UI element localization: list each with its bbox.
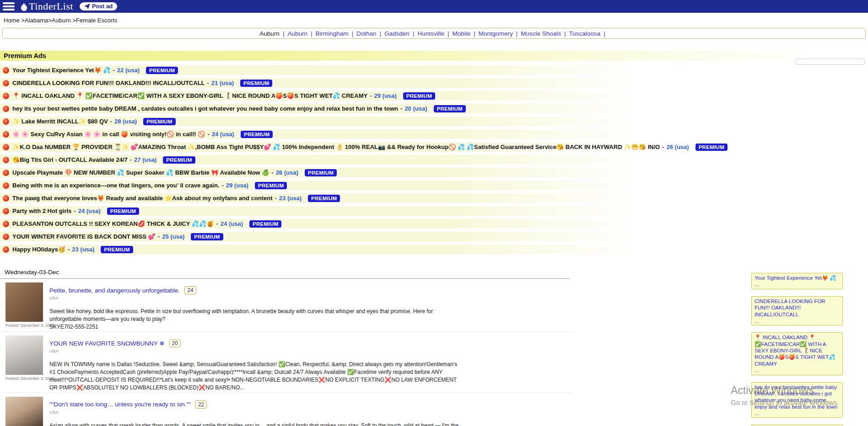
- premium-ad-title[interactable]: 📍 INCALL OAKLAND 📍 ✅FACETIME/CAR✅ WITH A…: [12, 92, 367, 99]
- premium-ad-age: 29 (usa): [374, 92, 397, 99]
- premium-ad-title[interactable]: Party with 2 Hot girls: [12, 208, 71, 214]
- premium-ad-title[interactable]: Happy HOlidays🥳: [12, 246, 65, 253]
- city-link[interactable]: Tuscaloosa: [569, 30, 601, 37]
- boost-arrow-icon: ↑: [3, 144, 9, 150]
- boost-arrow-icon: ↑: [3, 221, 9, 227]
- sidebar-ad-box[interactable]: 📍 INCALL OAKLAND 📍 ✅FACETIME/CAR✅ WITH A…: [751, 332, 843, 375]
- premium-ad-title[interactable]: ✨K.O Daa NUMBER 🏆 PROVIDER ⏳✨ 💕AMAZING T…: [12, 144, 660, 150]
- premium-ad-row[interactable]: ↑ Your Tightest Experience Yet🦊 💦 - 22 (…: [0, 65, 868, 75]
- premium-ad-row[interactable]: ↑ ✨K.O Daa NUMBER 🏆 PROVIDER ⏳✨ 💕AMAZING…: [0, 142, 868, 152]
- premium-badge: PREMIUM: [241, 131, 273, 138]
- boost-arrow-icon: ↑: [3, 234, 9, 240]
- post-ad-button[interactable]: Post ad: [80, 2, 117, 11]
- premium-ad-title[interactable]: CINDERELLA LOOKING FOR FUN!!! OAKLAND!!!…: [12, 80, 205, 86]
- brand-logo[interactable]: TinderList: [20, 0, 73, 12]
- age-badge: 22: [195, 400, 207, 409]
- sidebar-ad-box[interactable]: Your Tightest Experience Yet🦊 💦 ...: [751, 273, 843, 289]
- listing-title-link[interactable]: YOUR NEW FAVORITE SNOWBUNNY ❄: [49, 340, 165, 347]
- premium-ad-age: 26 (usa): [666, 144, 689, 150]
- premium-badge: PREMIUM: [249, 220, 281, 228]
- description-line: Sweet like honey, bold like espresso. Pe…: [49, 308, 464, 323]
- listing-title-link[interactable]: "“Don't stare too long… unless you're re…: [49, 401, 191, 408]
- ellipsis: ...: [755, 281, 840, 288]
- ad-dash: -: [113, 67, 115, 74]
- premium-ad-row[interactable]: ↑ CINDERELLA LOOKING FOR FUN!!! OAKLAND!…: [0, 78, 868, 88]
- city-link[interactable]: Birmingham: [315, 30, 348, 37]
- boost-arrow-icon: ↑: [3, 246, 9, 253]
- sidebar-ad-box[interactable]: hey its your best wettes petite baby DRE…: [751, 382, 843, 418]
- premium-ad-row[interactable]: ↑ Being with me is an experience—one tha…: [0, 181, 868, 190]
- premium-ad-row[interactable]: ↑ ✨ Lake Merritt INCALL✨ $80 QV - 28 (us…: [0, 117, 868, 126]
- premium-ad-title[interactable]: Your Tightest Experience Yet🦊 💦: [12, 67, 111, 74]
- premium-ad-age: 24 (usa): [221, 220, 243, 227]
- city-separator: |: [604, 30, 605, 37]
- premium-ad-row[interactable]: ↑ Party with 2 Hot girls - 24 (usa) PREM…: [0, 206, 868, 216]
- premium-badge: PREMIUM: [434, 105, 466, 112]
- premium-ad-row[interactable]: ↑ Happy HOlidays🥳 - 23 (usa) PREMIUM: [0, 245, 868, 254]
- sidebar-ad-box[interactable]: CINDERELLA LOOKING FOR FUN!!! OAKLAND!!!…: [751, 296, 843, 326]
- city-link[interactable]: Muscle Shoals: [521, 30, 561, 37]
- city-links-bar: Auburn|Auburn|Birmingham|Dothan|Gadsden|…: [2, 28, 866, 39]
- breadcrumb[interactable]: Home >Alabama>Auburn >Female Escorts: [0, 13, 868, 25]
- menu-icon[interactable]: [3, 2, 15, 11]
- premium-ad-title[interactable]: PLEASANTON OUTCALLS !! SEXY KOREAN💋 THIC…: [12, 220, 214, 227]
- premium-badge: PREMIUM: [191, 233, 223, 240]
- ad-dash: -: [370, 92, 372, 99]
- city-link[interactable]: Auburn: [287, 30, 307, 37]
- premium-ad-title[interactable]: 😘Big Tits Girl - OUTCALL Available 24/7: [12, 156, 128, 163]
- listing-row: Posted: December 3, 2025 YOUR NEW FAVORI…: [0, 332, 572, 393]
- premium-ad-age: 21 (usa): [211, 80, 234, 86]
- boost-arrow-icon: ↑: [3, 208, 9, 214]
- premium-ad-title[interactable]: YOUR WINTER FAVORITE IS BACK DONT MISS 💕: [12, 233, 156, 240]
- paper-plane-icon: [84, 4, 90, 9]
- listing-country: USA: [49, 348, 464, 353]
- premium-ad-row[interactable]: ↑ hey its your best wettes petite baby D…: [0, 104, 868, 113]
- ad-dash: -: [221, 182, 223, 189]
- city-link[interactable]: Huntsville: [417, 30, 444, 37]
- premium-ad-title[interactable]: The pawg that everyone loves🦊 Ready and …: [12, 195, 272, 202]
- city-link[interactable]: Montgomery: [479, 30, 513, 37]
- premium-ad-row[interactable]: ↑ The pawg that everyone loves🦊 Ready an…: [0, 193, 868, 203]
- listing-title-link[interactable]: Petite, brunette, and dangerously unforg…: [49, 287, 180, 294]
- premium-ad-row[interactable]: ↑ 🌸 🌸 Sexy CuRvy Asian 🌸 🌸 in call 🍑 vis…: [0, 129, 868, 139]
- sidebar-ad-link[interactable]: Your Tightest Experience Yet🦊 💦: [755, 275, 840, 281]
- premium-ad-title[interactable]: 🌸 🌸 Sexy CuRvy Asian 🌸 🌸 in call 🍑 visit…: [12, 131, 205, 138]
- premium-badge: PREMIUM: [695, 144, 728, 151]
- ad-dash: -: [207, 80, 209, 86]
- premium-ad-title[interactable]: hey its your best wettes petite baby DRE…: [12, 105, 398, 112]
- premium-badge: PREMIUM: [255, 182, 287, 189]
- premium-ad-title[interactable]: Upscale Playmate 🍄 NEW NUMBER 💦 Super So…: [12, 169, 269, 176]
- top-bar: TinderList Post ad: [0, 0, 868, 13]
- sidebar-ad-link[interactable]: CINDERELLA LOOKING FOR FUN!!! OAKLAND!!!…: [755, 298, 840, 318]
- description-line: NEW IN TOWNMy name is Dallas !Seductive,…: [49, 361, 464, 391]
- premium-ad-age: 23 (usa): [72, 246, 94, 253]
- boost-arrow-icon: ↑: [3, 67, 9, 74]
- city-link[interactable]: Mobile: [452, 30, 470, 37]
- premium-ad-row[interactable]: ↑ Upscale Playmate 🍄 NEW NUMBER 💦 Super …: [0, 168, 868, 177]
- premium-badge: PREMIUM: [403, 92, 435, 100]
- premium-ad-title[interactable]: Being with me is an experience—one that …: [12, 182, 219, 189]
- listing-photo[interactable]: [5, 397, 43, 426]
- city-link[interactable]: Dothan: [356, 30, 377, 37]
- listing-photo[interactable]: [5, 282, 43, 322]
- premium-ad-age: 25 (usa): [162, 233, 184, 240]
- age-badge: 24: [184, 286, 196, 294]
- sidebar-ad-link[interactable]: 📍 INCALL OAKLAND 📍 ✅FACETIME/CAR✅ WITH A…: [755, 334, 840, 367]
- premium-ads-section: Premium Ads ↑ Your Tightest Experience Y…: [0, 51, 868, 254]
- premium-ad-row[interactable]: ↑ YOUR WINTER FAVORITE IS BACK DONT MISS…: [0, 232, 868, 241]
- premium-ad-row[interactable]: ↑ 😘Big Tits Girl - OUTCALL Available 24/…: [0, 155, 868, 165]
- premium-ad-age: 28 (usa): [114, 118, 137, 125]
- city-link[interactable]: Gadsden: [384, 30, 410, 37]
- listing-description: Asian allure with curves that speak loud…: [49, 422, 464, 426]
- premium-ad-age: 26 (usa): [276, 169, 298, 176]
- premium-ad-row[interactable]: ↑ PLEASANTON OUTCALLS !! SEXY KOREAN💋 TH…: [0, 219, 868, 229]
- listing-photo-column: Posted: December 3, 2025: [5, 282, 49, 330]
- listing-photo[interactable]: [5, 335, 43, 375]
- ellipsis: ...: [755, 318, 840, 324]
- premium-ad-row[interactable]: ↑ 📍 INCALL OAKLAND 📍 ✅FACETIME/CAR✅ WITH…: [0, 91, 868, 101]
- premium-ad-title[interactable]: ✨ Lake Merritt INCALL✨ $80 QV: [12, 118, 108, 125]
- sidebar-ad-link[interactable]: hey its your best wettes petite baby DRE…: [755, 384, 840, 410]
- boost-arrow-icon: ↑: [3, 106, 9, 112]
- premium-badge: PREMIUM: [163, 156, 195, 164]
- premium-ad-age: 23 (usa): [279, 195, 302, 202]
